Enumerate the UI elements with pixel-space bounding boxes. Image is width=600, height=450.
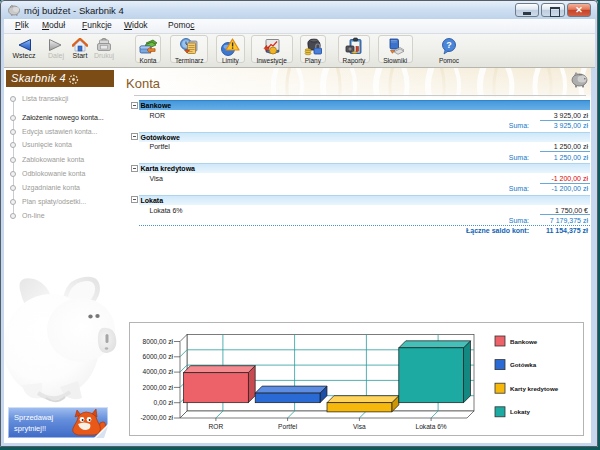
svg-text:ROR: ROR <box>209 423 224 430</box>
svg-text:Sprzedawaj: Sprzedawaj <box>14 413 54 422</box>
svg-text:Karty kredytowe: Karty kredytowe <box>510 385 559 392</box>
svg-text:?: ? <box>446 40 452 50</box>
svg-text:4000,00 zł: 4000,00 zł <box>143 368 174 375</box>
svg-text:0,00 zł: 0,00 zł <box>154 399 174 406</box>
svg-text:Portfel: Portfel <box>278 423 298 430</box>
svg-text:8000,00 zł: 8000,00 zł <box>143 338 174 345</box>
svg-text:2000,00 zł: 2000,00 zł <box>143 384 174 391</box>
svg-text:Bankowe: Bankowe <box>510 338 538 345</box>
svg-text:Lokata 6%: Lokata 6% <box>416 423 447 430</box>
svg-text:Gotówka: Gotówka <box>510 361 537 368</box>
svg-text:Lokaty: Lokaty <box>510 408 531 415</box>
svg-text:6000,00 zł: 6000,00 zł <box>143 353 174 360</box>
svg-text:sprytniej!!: sprytniej!! <box>14 424 46 433</box>
svg-text:Visa: Visa <box>353 423 366 430</box>
svg-text:-2000,00 zł: -2000,00 zł <box>140 414 173 421</box>
